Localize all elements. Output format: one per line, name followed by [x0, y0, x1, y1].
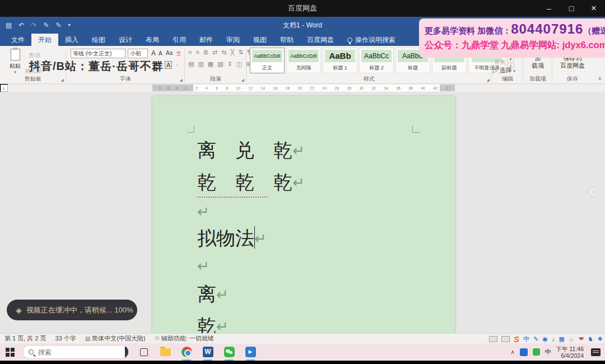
- sogou-mode-icon[interactable]: 中: [523, 335, 529, 343]
- align-left-icon[interactable]: ▤: [188, 60, 194, 68]
- tab-help[interactable]: 帮助: [273, 34, 300, 46]
- text-direction-icon[interactable]: ╳: [231, 49, 235, 56]
- enclose-characters-button[interactable]: ◦: [176, 62, 178, 68]
- start-button[interactable]: [6, 348, 15, 357]
- horizontal-ruler[interactable]: 8642 24681012141618202224262830323436384…: [8, 84, 605, 92]
- line-spacing-icon[interactable]: ⇕: [227, 60, 232, 68]
- read-mode-button[interactable]: [489, 336, 497, 342]
- tab-design[interactable]: 设计: [112, 34, 139, 46]
- increase-indent-icon[interactable]: ⇆: [221, 49, 226, 56]
- taskbar-search[interactable]: [22, 345, 129, 359]
- tab-draw[interactable]: 绘图: [85, 34, 112, 46]
- sort-icon[interactable]: ⇅: [238, 49, 243, 56]
- decrease-indent-icon[interactable]: ⇄: [212, 49, 217, 56]
- wechat-button[interactable]: [223, 346, 235, 358]
- style-no-spacing[interactable]: AaBbCcDdI 无间隔: [286, 48, 321, 73]
- pen-icon[interactable]: ✎: [43, 17, 49, 34]
- search-highlight-image[interactable]: [125, 345, 129, 359]
- tab-baidu-netdisk[interactable]: 百度网盘: [300, 34, 341, 46]
- sogou-logo-icon[interactable]: S: [514, 334, 519, 344]
- word-count[interactable]: 33 个字: [55, 334, 76, 343]
- sogou-settings-icon[interactable]: ❖: [597, 335, 603, 343]
- collapse-ribbon-icon[interactable]: ∧: [598, 76, 602, 81]
- font-name-combobox[interactable]: 等线 (中文正文): [71, 49, 125, 58]
- select-button[interactable]: ▷ 选择 ▾: [493, 66, 515, 74]
- tab-insert[interactable]: 插入: [58, 34, 85, 46]
- paste-button[interactable]: 粘贴 ▾: [6, 49, 25, 74]
- tab-references[interactable]: 引用: [166, 34, 193, 46]
- netdisk-player-button[interactable]: ▶: [244, 346, 257, 358]
- style-normal[interactable]: AaBbCcDdI 正文: [250, 48, 285, 73]
- clipboard-dialog-launcher-icon[interactable]: ◢: [61, 78, 64, 82]
- bullets-icon[interactable]: ≡: [188, 49, 192, 56]
- minimize-button[interactable]: –: [538, 0, 560, 17]
- document-page[interactable]: 离 兑 乾↵ 乾 乾 乾↵ ↵ 拟物法↵ ↵ 离↵ 乾↵: [152, 96, 455, 333]
- qat-more-icon[interactable]: •: [68, 17, 71, 34]
- document-workspace[interactable]: 离 兑 乾↵ 乾 乾 乾↵ ↵ 拟物法↵ ↵ 离↵ 乾↵: [0, 92, 605, 333]
- font-size-combobox[interactable]: 小初: [128, 49, 148, 58]
- doc-line-4[interactable]: 拟物法↵: [197, 226, 267, 251]
- save-icon[interactable]: ▤: [6, 17, 12, 34]
- sogou-pen-icon[interactable]: ✎: [533, 335, 538, 343]
- sogou-emoji-icon[interactable]: ◉: [542, 335, 548, 343]
- word-button[interactable]: W: [202, 346, 214, 358]
- character-shading-button[interactable]: A: [165, 61, 172, 69]
- align-right-icon[interactable]: ▦: [208, 60, 213, 68]
- sogou-voice-icon[interactable]: ♪: [552, 336, 555, 343]
- change-case-button[interactable]: Aa: [166, 50, 173, 56]
- doc-line-1[interactable]: 离 兑 乾↵: [197, 138, 305, 164]
- redo-icon[interactable]: ↷: [31, 17, 36, 34]
- tray-wechat-icon[interactable]: [533, 348, 540, 356]
- align-center-icon[interactable]: ▥: [198, 60, 203, 68]
- addins-group-label: 加载项: [523, 75, 552, 83]
- tray-netdisk-icon[interactable]: [520, 348, 528, 356]
- sogou-skin-icon[interactable]: ❤: [579, 335, 584, 343]
- multilevel-list-icon[interactable]: ≣: [203, 49, 208, 56]
- justify-icon[interactable]: ▧: [217, 60, 223, 68]
- undo-icon[interactable]: ↶: [18, 17, 24, 34]
- notification-center-icon[interactable]: [591, 348, 601, 356]
- sogou-toolbox-icon[interactable]: ♞: [588, 335, 593, 343]
- tell-me-search[interactable]: 操作说明搜索: [341, 34, 402, 46]
- paragraph-dialog-launcher-icon[interactable]: ◢: [241, 78, 244, 82]
- numbering-icon[interactable]: ≡: [196, 49, 199, 56]
- style-heading1[interactable]: AaBb 标题 1: [323, 48, 357, 73]
- close-button[interactable]: ×: [583, 0, 605, 17]
- tab-layout[interactable]: 布局: [139, 34, 166, 46]
- doc-line-5[interactable]: ↵: [197, 255, 210, 277]
- sogou-keyboard-icon[interactable]: ▦: [559, 335, 564, 343]
- replace-button[interactable]: 替换: [494, 58, 505, 66]
- doc-line-3[interactable]: ↵: [197, 200, 210, 222]
- tab-file[interactable]: 文件: [4, 34, 31, 46]
- sogou-account-icon[interactable]: ☺: [569, 336, 575, 343]
- accessibility-indicator[interactable]: ☉辅助功能: 一切就绪: [155, 334, 214, 343]
- ruler-number: 42: [433, 86, 438, 90]
- file-explorer-button[interactable]: [159, 346, 171, 358]
- style-heading2[interactable]: AaBbCc 标题 2: [359, 48, 394, 73]
- print-layout-button[interactable]: [501, 336, 510, 342]
- highlighter-icon[interactable]: ✎: [56, 17, 62, 34]
- font-dialog-launcher-icon[interactable]: ◢: [180, 78, 183, 82]
- grow-font-button[interactable]: A: [151, 49, 156, 57]
- shading-icon[interactable]: ◫: [236, 60, 242, 68]
- page-indicator[interactable]: 第 1 页, 共 2 页: [4, 334, 46, 343]
- tab-view[interactable]: 视图: [246, 34, 273, 46]
- doc-line-2[interactable]: 乾 乾 乾↵: [197, 170, 305, 195]
- doc-line-6[interactable]: 离↵: [197, 282, 229, 307]
- task-view-button[interactable]: [138, 346, 150, 358]
- shrink-font-button[interactable]: A: [159, 50, 162, 57]
- phonetic-guide-button[interactable]: 文: [176, 50, 182, 58]
- tab-home[interactable]: 开始: [31, 34, 58, 46]
- input-method-indicator[interactable]: 中: [545, 348, 551, 356]
- player-side-chevron-icon[interactable]: ‹: [589, 179, 595, 201]
- search-input[interactable]: [34, 348, 125, 356]
- maximize-button[interactable]: □: [560, 0, 583, 17]
- chrome-button[interactable]: [180, 346, 193, 358]
- tray-expand-icon[interactable]: ∧: [510, 349, 514, 355]
- tab-mailings[interactable]: 邮件: [193, 34, 220, 46]
- tab-review[interactable]: 审阅: [220, 34, 246, 46]
- styles-dialog-launcher-icon[interactable]: ◢: [487, 78, 490, 82]
- tab-stop-selector[interactable]: L: [1, 85, 8, 92]
- language-indicator[interactable]: ▤简体中文(中国大陆): [85, 334, 146, 343]
- clock[interactable]: 下午 11:46 6/4/2024: [556, 346, 584, 359]
